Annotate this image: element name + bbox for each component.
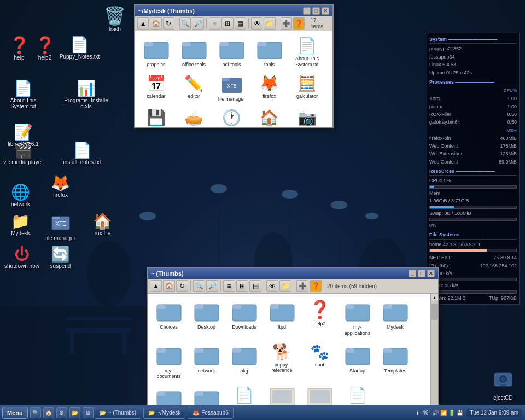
taskbar-icon-5[interactable]: 🖥 [83, 407, 94, 418]
fm-grid-btn-top[interactable]: ⊞ [221, 18, 233, 30]
fm-titlebar-buttons-top[interactable]: _ □ ✕ [303, 7, 329, 15]
fm-maximize-top[interactable]: □ [312, 7, 320, 15]
fm-icon-rox-file[interactable]: 🏠 rox file [252, 107, 287, 127]
fm-icon-spot[interactable]: 🐾 spot [302, 341, 337, 382]
sysmon-hostname: puppypc21852 [429, 45, 517, 52]
fm-icon-calendar[interactable]: 📅 calendar [138, 72, 174, 104]
fm-detail-btn-top[interactable]: ▤ [235, 18, 246, 30]
fm-eye-btn-bottom[interactable]: 👁 [266, 280, 278, 292]
fm-add-btn-bottom[interactable]: ➕ [296, 280, 308, 292]
taskbar-icon-2[interactable]: 🏠 [43, 407, 54, 418]
taskbar-icon-3[interactable]: ⚙ [56, 407, 67, 418]
taskbar-icon-4[interactable]: 📂 [69, 407, 80, 418]
sysmon-mem-firefox: firefox-bin408MiB [429, 135, 517, 142]
ejectcd-icon[interactable]: ejectCD [487, 369, 520, 401]
desktop-icon-file-manager[interactable]: XFE file manager [43, 212, 78, 241]
fm-refresh-btn-top[interactable]: ↻ [163, 18, 174, 30]
desktop-icon-puppy-notes[interactable]: 📄 Puppy_Notes.txt [59, 36, 100, 60]
fm-icon-puppy-ref[interactable]: 🐕 puppy-reference [264, 341, 300, 382]
taskbar-item-mydesk[interactable]: 📂 ~/Mydesk [143, 407, 185, 419]
fm-icon-tools[interactable]: tools [252, 34, 287, 70]
fm-icon-desktop[interactable]: Desktop [189, 297, 224, 339]
desktop-icon-install-notes[interactable]: 📄 install_notes.txt [60, 141, 104, 165]
fm-icon-templates[interactable]: Templates [377, 341, 413, 382]
fm-up-btn-top[interactable]: ▲ [137, 18, 149, 30]
taskbar-icon-1[interactable]: 🔍 [30, 407, 41, 418]
fm-icon-ftpd[interactable]: ftpd [264, 297, 300, 339]
fm-minimize-bottom[interactable]: _ [409, 270, 416, 277]
fm-detail-btn-bottom[interactable]: ▤ [249, 280, 261, 292]
fm-icon-editor[interactable]: ✏️ editor [176, 72, 212, 104]
fm-icon-about-txt[interactable]: 📄 About This System.txt [289, 34, 325, 70]
taskbar-item-firefox[interactable]: 🦊 Fossapup6 [188, 407, 233, 419]
fm-home-btn-bottom[interactable]: 🏠 [163, 280, 175, 292]
taskbar-menu-button[interactable]: Menu [2, 407, 28, 419]
desktop-icon-shutdown[interactable]: ⏻ shutdown now [3, 245, 41, 269]
taskbar-item-thumbs[interactable]: 📂 ~ (Thumbs) [95, 407, 141, 419]
fm-info-btn-bottom[interactable]: ❓ [310, 280, 322, 292]
fm-icon-screen-shot[interactable]: 📷 screen shot [289, 107, 325, 127]
fm-zoom-out-bottom[interactable]: 🔍 [193, 280, 205, 292]
fm-icon-graphics[interactable]: graphics [138, 34, 174, 70]
fm-list-btn-top[interactable]: ≡ [209, 18, 220, 30]
fm-icon-startup[interactable]: Startup [340, 341, 375, 382]
fm-icon-my-docs[interactable]: my-documents [151, 341, 186, 382]
fm-refresh-btn-bottom[interactable]: ↻ [176, 280, 188, 292]
fm-info-btn-top[interactable]: ❓ [293, 18, 305, 30]
fm-home-btn-top[interactable]: 🏠 [150, 18, 161, 30]
fm-grid-btn-bottom[interactable]: ⊞ [236, 280, 248, 292]
svg-rect-33 [258, 42, 266, 46]
fm-icon-help2-fm[interactable]: ❓ help2 [302, 297, 337, 339]
fm-scroll-up-btn[interactable]: ▲ [431, 294, 439, 301]
fm-close-bottom[interactable]: ✕ [427, 270, 435, 277]
fm-add-btn-top[interactable]: ➕ [281, 18, 292, 30]
desktop-icon-help2[interactable]: ❓ help2 [28, 36, 61, 61]
fm-icon-network-fm[interactable]: network [189, 341, 224, 382]
taskbar-clock[interactable]: Tue 12 Jan 9:09 am [466, 409, 522, 417]
taskbar-storage-icon[interactable]: 💾 [457, 410, 463, 416]
fm-scrollbar-bottom[interactable]: ▲ ▼ [430, 294, 438, 414]
fm-icon-mount-drive[interactable]: 💾 mount drive [138, 107, 174, 127]
fm-icon-downloads[interactable]: Downloads [226, 297, 262, 339]
fm-zoom-in-bottom[interactable]: 🔎 [206, 280, 218, 292]
taskbar-temp-icon[interactable]: 🌡 [415, 410, 421, 416]
desktop-icon-firefox[interactable]: 🦊 firefox [43, 174, 78, 198]
fm-folder-btn-bottom[interactable]: 📁 [279, 280, 291, 292]
desktop-icon-vlc[interactable]: 🎬 vlc media player [3, 141, 44, 165]
fm-scroll-thumb[interactable] [431, 304, 438, 320]
sysmon-fs-val: home 42.1GiB/63.9GiB [429, 241, 517, 248]
fm-icon-partview[interactable]: 🥧 partview [176, 107, 212, 127]
fm-icon-pkg[interactable]: pkg [226, 341, 262, 382]
desktop-icon-mydesk[interactable]: 📁 Mydesk [3, 212, 38, 236]
fm-zoom-in-top[interactable]: 🔎 [192, 18, 203, 30]
fm-zoom-out-top[interactable]: 🔍 [179, 18, 191, 30]
fm-icon-pdf-tools[interactable]: pdf tools [214, 34, 249, 70]
fm-icon-my-apps[interactable]: my-applications [340, 297, 375, 339]
fm-minimize-top[interactable]: _ [303, 7, 311, 15]
fm-maximize-bottom[interactable]: □ [418, 270, 425, 277]
desktop-icon-suspend[interactable]: 🔄 suspend [43, 245, 78, 269]
fm-icon-mydesk-fm[interactable]: Mydesk [377, 297, 413, 339]
fm-folder-btn-top[interactable]: 📁 [264, 18, 275, 30]
fm-icon-office-tools[interactable]: office tools [176, 34, 212, 70]
fm-icon-file-mgr[interactable]: XFE file manager [214, 72, 249, 104]
fm-icon-firefox-app[interactable]: 🦊 firefox [252, 72, 287, 104]
taskbar-network-icon[interactable]: 📶 [440, 410, 447, 416]
desktop-icon-about[interactable]: 📄 About This System.txt [3, 79, 44, 109]
fm-close-top[interactable]: ✕ [322, 7, 329, 15]
desktop-icon-rox[interactable]: 🏠 rox file [85, 212, 120, 236]
fm-up-btn-bottom[interactable]: ▲ [150, 280, 162, 292]
fm-icon-pschedule[interactable]: 🕐 pschedule [214, 107, 249, 127]
taskbar-sound-icon[interactable]: 🔊 [432, 410, 439, 416]
trash-icon[interactable]: 🗑️ trash [98, 5, 131, 32]
desktop-icon-network[interactable]: 🌐 network [3, 183, 38, 207]
desktop-icon-programs[interactable]: 📊 Programs_Installed.xls [63, 79, 109, 109]
fm-sep2-bottom [220, 281, 221, 291]
fm-icon-galculator[interactable]: 🧮 galculator [289, 72, 325, 104]
fm-list-btn-bottom[interactable]: ≡ [223, 280, 235, 292]
fm-titlebar-buttons-bottom[interactable]: _ □ ✕ [409, 270, 435, 277]
svg-rect-52 [195, 348, 203, 353]
taskbar-battery-icon[interactable]: 🔋 [448, 410, 455, 416]
fm-icon-choices[interactable]: Choices [151, 297, 186, 339]
fm-eye-btn-top[interactable]: 👁 [251, 18, 262, 30]
